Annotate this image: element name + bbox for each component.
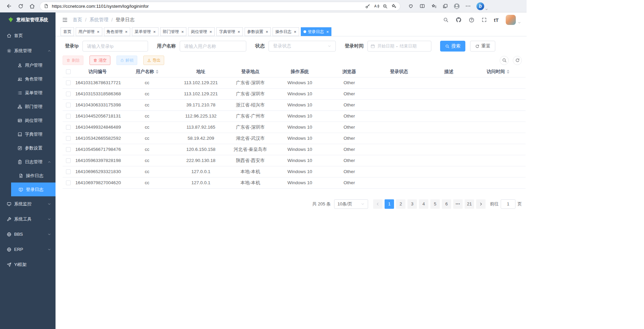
tab-9-active[interactable]: 登录日志× [301,27,332,36]
next-page-button[interactable] [476,199,486,209]
tab-2[interactable]: 角色管理× [104,27,131,36]
sidebar-item-yiframe[interactable]: Yi框架 [0,257,56,272]
sidebar-item-dict[interactable]: 字典管理 [0,127,56,141]
status-select[interactable]: 登录状态 [269,41,336,52]
sidebar-item-tool[interactable]: 系统工具 [0,211,56,227]
user-name-input[interactable] [180,41,246,52]
user-avatar[interactable] [506,15,516,25]
close-tab-icon[interactable]: × [294,30,296,34]
sidebar-item-role[interactable]: 角色管理 [0,72,56,86]
back-button[interactable] [3,1,15,11]
pagination-more-button[interactable]: ••• [453,199,463,209]
row-checkbox[interactable] [66,125,71,130]
row-checkbox[interactable] [66,136,71,141]
add-favorite-icon[interactable] [391,3,396,9]
close-tab-icon[interactable]: × [326,30,329,34]
address-bar[interactable]: https://ccnetcore.com:1101/system/log/lo… [40,2,400,11]
page-button-6[interactable]: 6 [442,199,451,209]
browser-profile-avatar[interactable] [451,1,462,11]
github-icon[interactable] [456,17,462,23]
sidebar-item-post[interactable]: 岗位管理 [0,113,56,127]
close-tab-icon[interactable]: × [238,30,240,34]
browser-essentials-icon[interactable] [405,1,417,11]
split-screen-icon[interactable] [417,1,428,11]
row-checkbox[interactable] [66,180,71,185]
sidebar-item-param[interactable]: 参数设置 [0,141,56,155]
page-button-3[interactable]: 3 [407,199,417,209]
sidebar-item-user[interactable]: 用户管理 [0,58,56,72]
favorites-icon[interactable] [428,1,439,11]
row-checkbox[interactable] [66,80,71,85]
collections-icon[interactable] [439,1,451,11]
read-aloud-icon[interactable]: A [373,3,379,9]
row-checkbox[interactable] [66,169,71,174]
unlock-button[interactable]: 解锁 [116,56,137,65]
tab-1[interactable]: 用户管理× [76,27,102,36]
page-button-5[interactable]: 5 [430,199,440,209]
sidebar-item-bbs[interactable]: BBS [0,227,56,242]
tab-4[interactable]: 部门管理× [160,27,187,36]
prev-page-button[interactable] [373,199,383,209]
login-ip-input[interactable] [82,41,148,52]
reset-button[interactable]: 重置 [470,41,495,52]
close-tab-icon[interactable]: × [181,30,184,34]
close-tab-icon[interactable]: × [209,30,212,34]
close-tab-icon[interactable]: × [125,30,128,34]
row-checkbox[interactable] [66,92,71,96]
sidebar-item-erp[interactable]: ERP [0,242,56,257]
column-header[interactable]: 访问时间 [470,66,526,77]
login-time-range-picker[interactable]: 开始日期 - 结束日期 [367,41,431,52]
row-checkbox[interactable] [66,158,71,163]
zoom-indicator-icon[interactable] [383,4,388,9]
bing-chat-icon[interactable]: b [476,2,484,10]
tab-3[interactable]: 菜单管理× [132,27,158,36]
close-tab-icon[interactable]: × [266,30,269,34]
tab-7[interactable]: 参数设置× [245,27,271,36]
help-icon[interactable] [469,17,474,23]
clear-button[interactable]: 清空 [90,56,110,65]
tab-5[interactable]: 岗位管理× [188,27,215,36]
chevron-down-icon[interactable] [485,8,488,11]
sidebar-item-menu[interactable]: 菜单管理 [0,86,56,100]
sidebar-item-loginlog[interactable]: 登录日志 [11,183,56,196]
page-button-21[interactable]: 21 [465,199,474,209]
page-button-4[interactable]: 4 [419,199,428,209]
sidebar-item-system[interactable]: 系统管理 [0,43,56,58]
sidebar-item-monitor[interactable]: 系统监控 [0,196,56,211]
row-checkbox[interactable] [66,147,71,152]
close-tab-icon[interactable]: × [153,30,156,34]
page-button-1[interactable]: 1 [385,199,394,209]
show-search-toggle-icon[interactable] [500,56,509,65]
tab-6[interactable]: 字典管理× [216,27,243,36]
tab-8[interactable]: 操作日志× [273,27,299,36]
breadcrumb-item[interactable]: 系统管理 [90,17,108,23]
select-all-checkbox[interactable] [66,69,71,74]
sidebar-item-home[interactable]: 首页 [0,28,56,43]
close-tab-icon[interactable]: × [97,30,100,34]
refresh-button[interactable] [15,1,26,11]
search-button[interactable]: 搜索 [440,41,465,52]
goto-page-input[interactable] [501,199,515,209]
tab-0[interactable]: 首页 [61,27,74,36]
breadcrumb-item[interactable]: 首页 [73,17,82,23]
row-checkbox[interactable] [66,103,71,107]
sort-icon[interactable] [156,70,158,74]
row-checkbox[interactable] [66,114,71,119]
sort-icon[interactable] [507,70,509,74]
home-button[interactable] [26,1,38,11]
delete-button[interactable]: 删除 [63,56,83,65]
password-key-icon[interactable] [365,4,370,9]
chevron-down-icon[interactable] [517,21,521,25]
export-button[interactable]: 导出 [143,56,164,65]
sidebar-item-dept[interactable]: 部门管理 [0,100,56,113]
fullscreen-icon[interactable] [481,17,487,23]
page-button-2[interactable]: 2 [396,199,405,209]
browser-menu-icon[interactable] [462,1,474,11]
search-icon[interactable] [443,17,449,23]
page-info-icon[interactable] [44,4,48,8]
sidebar-toggle-icon[interactable] [62,17,68,23]
sidebar-item-operlog[interactable]: 操作日志 [11,169,56,183]
column-header[interactable]: 用户名称 [121,66,173,77]
refresh-table-icon[interactable] [513,56,522,65]
page-size-select[interactable]: 10条/页 [334,199,368,209]
